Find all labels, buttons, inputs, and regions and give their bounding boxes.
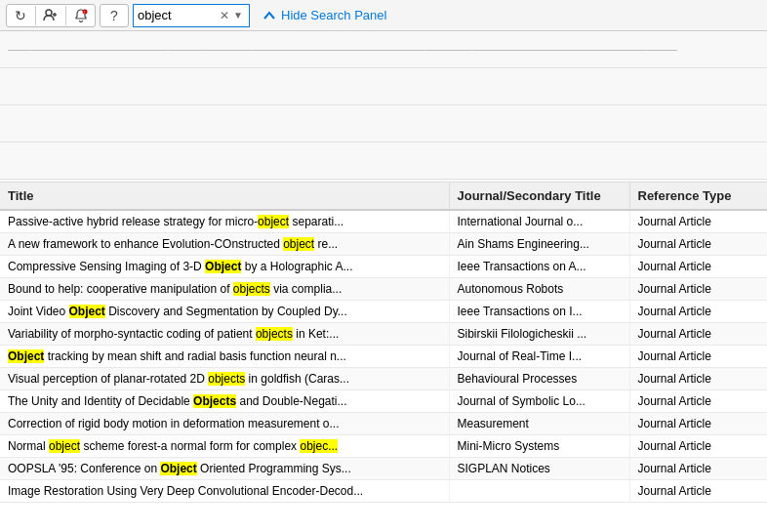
filter-row-1: ────────────────────────────────────────…: [0, 31, 767, 68]
column-header-journal: Journal/Secondary Title: [449, 183, 629, 210]
results-table: Title Journal/Secondary Title Reference …: [0, 183, 767, 503]
filter-row-3: [0, 105, 767, 143]
cell-reftype: Journal Article: [629, 413, 767, 435]
cell-reftype: Journal Article: [629, 346, 767, 368]
table-row[interactable]: Compressive Sensing Imaging of 3-D Objec…: [0, 256, 767, 278]
cell-journal: Behavioural Processes: [449, 368, 629, 390]
cell-reftype: Journal Article: [629, 210, 767, 233]
search-dropdown-button[interactable]: ▼: [233, 10, 243, 20]
search-clear-button[interactable]: ✕: [220, 9, 229, 22]
filter-row-4: [0, 143, 767, 180]
cell-reftype: Journal Article: [629, 390, 767, 413]
cell-title: A new framework to enhance Evolution-COn…: [0, 233, 449, 256]
table-row[interactable]: The Unity and Identity of Decidable Obje…: [0, 390, 767, 413]
notification-icon[interactable]: 2: [71, 6, 91, 25]
cell-reftype: Journal Article: [629, 368, 767, 390]
cell-title: Visual perception of planar-rotated 2D o…: [0, 368, 449, 390]
table-row[interactable]: Joint Video Object Discovery and Segment…: [0, 301, 767, 323]
filter-row-2: [0, 68, 767, 105]
cell-journal: International Journal o...: [449, 210, 629, 233]
cell-journal: [449, 480, 629, 503]
hide-search-panel-button[interactable]: Hide Search Panel: [254, 5, 395, 25]
search-box: object ✕ ▼: [133, 4, 250, 27]
refresh-icon[interactable]: ↻: [11, 6, 30, 25]
table-row[interactable]: Passive-active hybrid release strategy f…: [0, 210, 767, 233]
cell-title: Passive-active hybrid release strategy f…: [0, 210, 449, 233]
cell-journal: Autonomous Robots: [449, 278, 629, 301]
table-row[interactable]: Correction of rigid body motion in defor…: [0, 413, 767, 435]
hide-panel-label: Hide Search Panel: [281, 8, 386, 22]
search-input[interactable]: object: [138, 8, 216, 22]
cell-title: The Unity and Identity of Decidable Obje…: [0, 390, 449, 413]
table-row[interactable]: Visual perception of planar-rotated 2D o…: [0, 368, 767, 390]
divider-1: [35, 6, 36, 25]
table-row[interactable]: Bound to help: cooperative manipulation …: [0, 278, 767, 301]
cell-title: Object tracking by mean shift and radial…: [0, 346, 449, 368]
table-row[interactable]: A new framework to enhance Evolution-COn…: [0, 233, 767, 256]
cell-journal: Journal of Real-Time I...: [449, 346, 629, 368]
svg-point-0: [46, 10, 52, 16]
column-header-title: Title: [0, 183, 449, 210]
cell-reftype: Journal Article: [629, 301, 767, 323]
cell-title: Compressive Sensing Imaging of 3-D Objec…: [0, 256, 449, 278]
table-row[interactable]: Image Restoration Using Very Deep Convol…: [0, 480, 767, 503]
toolbar-icon-group-1: ↻ 2: [6, 4, 96, 27]
toolbar: ↻ 2 ? object ✕ ▼: [0, 0, 767, 31]
help-icon[interactable]: ?: [104, 6, 124, 25]
cell-reftype: Journal Article: [629, 480, 767, 503]
cell-title: Image Restoration Using Very Deep Convol…: [0, 480, 449, 503]
cell-reftype: Journal Article: [629, 323, 767, 346]
help-icon-group: ?: [100, 4, 129, 27]
add-user-icon[interactable]: [41, 6, 61, 25]
cell-title: OOPSLA '95: Conference on Object Oriente…: [0, 458, 449, 480]
svg-text:2: 2: [84, 10, 86, 14]
cell-reftype: Journal Article: [629, 458, 767, 480]
table-header-row: Title Journal/Secondary Title Reference …: [0, 183, 767, 210]
cell-journal: Sibirskii Filologicheskii ...: [449, 323, 629, 346]
cell-journal: Mini-Micro Systems: [449, 435, 629, 458]
column-header-reftype: Reference Type: [629, 183, 767, 210]
cell-journal: Ieee Transactions on I...: [449, 301, 629, 323]
cell-title: Variability of morpho-syntactic coding o…: [0, 323, 449, 346]
cell-journal: SIGPLAN Notices: [449, 458, 629, 480]
results-table-container: Title Journal/Secondary Title Reference …: [0, 183, 767, 532]
cell-journal: Journal of Symbolic Lo...: [449, 390, 629, 413]
chevron-up-icon: [262, 9, 276, 22]
cell-reftype: Journal Article: [629, 233, 767, 256]
cell-journal: Ain Shams Engineering...: [449, 233, 629, 256]
cell-reftype: Journal Article: [629, 256, 767, 278]
table-row[interactable]: Object tracking by mean shift and radial…: [0, 346, 767, 368]
table-row[interactable]: Variability of morpho-syntactic coding o…: [0, 323, 767, 346]
cell-reftype: Journal Article: [629, 278, 767, 301]
table-row[interactable]: Normal object scheme forest-a normal for…: [0, 435, 767, 458]
cell-title: Joint Video Object Discovery and Segment…: [0, 301, 449, 323]
divider-2: [65, 6, 66, 25]
cell-journal: Ieee Transactions on A...: [449, 256, 629, 278]
filter-area: ────────────────────────────────────────…: [0, 31, 767, 183]
cell-journal: Measurement: [449, 413, 629, 435]
table-row[interactable]: OOPSLA '95: Conference on Object Oriente…: [0, 458, 767, 480]
cell-reftype: Journal Article: [629, 435, 767, 458]
main-content: ────────────────────────────────────────…: [0, 31, 767, 532]
cell-title: Bound to help: cooperative manipulation …: [0, 278, 449, 301]
cell-title: Correction of rigid body motion in defor…: [0, 413, 449, 435]
cell-title: Normal object scheme forest-a normal for…: [0, 435, 449, 458]
